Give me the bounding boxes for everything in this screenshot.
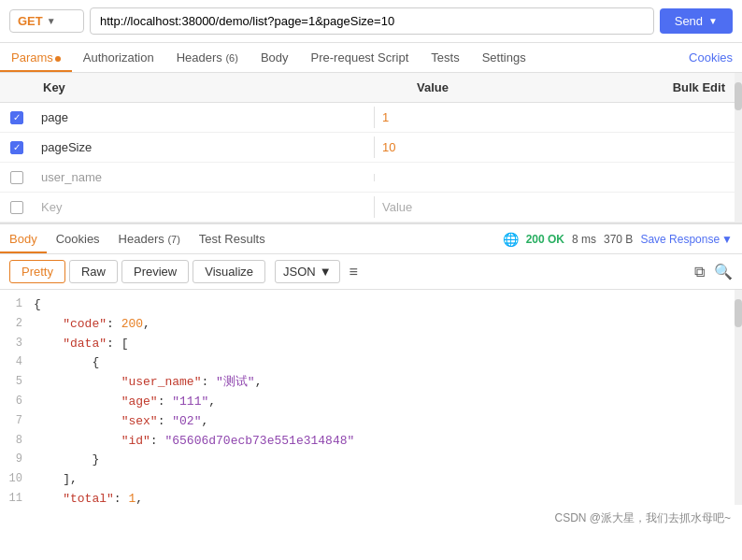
json-format-select[interactable]: JSON ▼ [275, 260, 340, 283]
format-preview-button[interactable]: Preview [121, 260, 189, 283]
filter-icon[interactable]: ≡ [350, 264, 358, 280]
tabs-right: Cookies [689, 50, 742, 65]
save-response-button[interactable]: Save Response ▼ [640, 233, 733, 246]
tab-tests[interactable]: Tests [420, 43, 470, 72]
row1-check[interactable] [0, 108, 34, 128]
json-line-10: 10 ], [0, 470, 742, 490]
send-label: Send [675, 14, 703, 28]
json-line-8: 8 "id": "65606d70ecb73e551e314848" [0, 432, 742, 452]
row4-value[interactable]: Value [374, 196, 742, 218]
cookies-link[interactable]: Cookies [689, 50, 733, 65]
json-line-9: 9 } [0, 451, 742, 470]
tab-response-test-results[interactable]: Test Results [190, 224, 275, 253]
format-pretty-button[interactable]: Pretty [9, 260, 65, 283]
row4-check[interactable] [0, 197, 34, 218]
json-line-11: 11 "total": 1, [0, 490, 742, 505]
json-line-3: 3 "data": [ [0, 335, 742, 354]
tab-params[interactable]: Params [0, 43, 72, 72]
checkbox-username[interactable] [10, 171, 23, 184]
row3-value[interactable] [374, 174, 742, 181]
params-value-header: Value [407, 77, 658, 98]
json-line-6: 6 "age": "111", [0, 393, 742, 412]
response-size: 370 B [604, 233, 633, 246]
toolbar-right: ⧉ 🔍 [694, 263, 733, 280]
method-label: GET [18, 14, 43, 28]
table-row: Key Value [0, 193, 742, 223]
checkbox-pagesize[interactable] [10, 141, 23, 154]
watermark: CSDN @派大星，我们去抓水母吧~ [0, 505, 742, 528]
method-select[interactable]: GET ▼ [9, 9, 84, 33]
send-button[interactable]: Send ▼ [660, 8, 733, 34]
params-header: Key Value Bulk Edit [0, 73, 742, 103]
json-scrollbar-thumb [735, 299, 742, 327]
params-bulk-header: Bulk Edit [658, 77, 742, 98]
row2-value[interactable]: 10 [374, 136, 742, 158]
row4-key[interactable]: Key [34, 196, 374, 218]
globe-icon: 🌐 [503, 232, 519, 247]
tab-prerequest[interactable]: Pre-request Script [300, 43, 421, 72]
tab-body[interactable]: Body [250, 43, 300, 72]
params-scrollbar[interactable] [735, 73, 742, 223]
url-input[interactable] [90, 7, 654, 35]
row3-key[interactable]: user_name [34, 166, 374, 188]
tab-response-headers[interactable]: Headers (7) [109, 224, 190, 253]
json-body: 1 { 2 "code": 200, 3 "data": [ 4 { 5 "us… [0, 290, 742, 505]
json-line-7: 7 "sex": "02", [0, 412, 742, 432]
json-line-1: 1 { [0, 295, 742, 315]
params-key-header: Key [34, 77, 407, 98]
table-row: page 1 [0, 103, 742, 133]
params-section: Key Value Bulk Edit page 1 pageSize 10 u… [0, 73, 742, 224]
method-chevron-icon: ▼ [47, 16, 56, 26]
tab-response-cookies[interactable]: Cookies [47, 224, 109, 253]
json-scrollbar[interactable] [735, 290, 742, 505]
json-chevron-icon: ▼ [320, 265, 332, 279]
checkbox-empty[interactable] [10, 201, 23, 214]
table-row: pageSize 10 [0, 133, 742, 163]
tab-settings[interactable]: Settings [471, 43, 537, 72]
checkbox-page[interactable] [10, 111, 23, 124]
url-bar: GET ▼ Send ▼ [0, 0, 742, 43]
tab-response-body[interactable]: Body [0, 224, 47, 253]
json-line-2: 2 "code": 200, [0, 315, 742, 335]
tab-headers[interactable]: Headers (6) [165, 43, 250, 72]
tab-authorization[interactable]: Authorization [72, 43, 165, 72]
response-time: 8 ms [572, 233, 596, 246]
json-line-5: 5 "user_name": "测试", [0, 373, 742, 393]
response-status: 200 OK [526, 233, 564, 246]
response-meta: 🌐 200 OK 8 ms 370 B Save Response ▼ [503, 232, 742, 247]
request-tabs: Params Authorization Headers (6) Body Pr… [0, 43, 742, 73]
row1-key[interactable]: page [34, 107, 374, 128]
response-toolbar: Pretty Raw Preview Visualize JSON ▼ ≡ ⧉ … [0, 254, 742, 290]
params-dot-icon [55, 56, 61, 62]
row3-check[interactable] [0, 167, 34, 188]
format-raw-button[interactable]: Raw [69, 260, 118, 283]
row2-key[interactable]: pageSize [34, 136, 374, 158]
save-response-chevron-icon: ▼ [721, 233, 733, 246]
format-visualize-button[interactable]: Visualize [193, 260, 265, 283]
json-line-4: 4 { [0, 353, 742, 373]
send-chevron-icon: ▼ [708, 16, 718, 26]
copy-icon[interactable]: ⧉ [694, 264, 705, 280]
row1-value[interactable]: 1 [374, 107, 742, 128]
row2-check[interactable] [0, 137, 34, 158]
table-row: user_name [0, 163, 742, 193]
response-tabs: Body Cookies Headers (7) Test Results 🌐 … [0, 224, 742, 254]
search-icon[interactable]: 🔍 [714, 263, 733, 280]
params-scrollbar-thumb [735, 82, 742, 110]
